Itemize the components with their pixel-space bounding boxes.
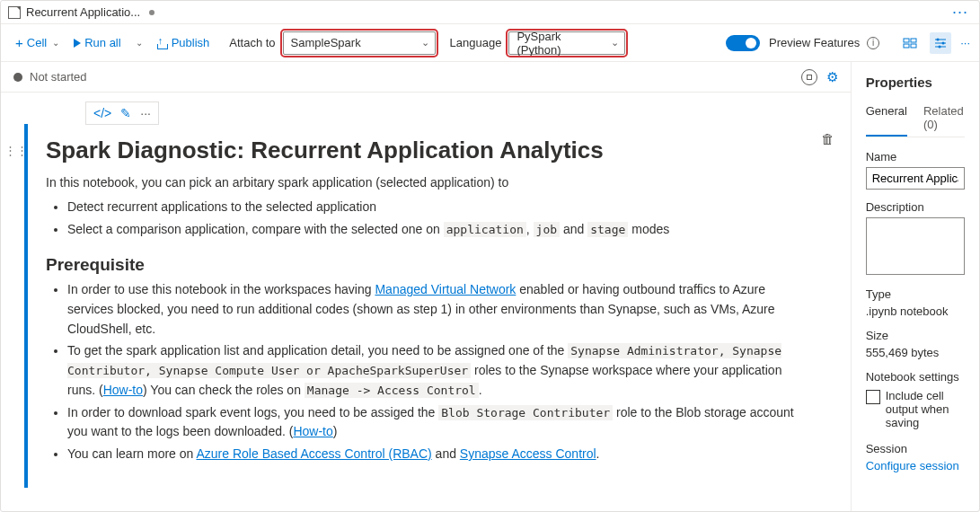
svg-rect-2 bbox=[904, 44, 909, 48]
svg-point-7 bbox=[942, 41, 945, 44]
language-label: Language bbox=[450, 36, 502, 49]
list-item: You can learn more on Azure Role Based A… bbox=[67, 445, 808, 464]
doc-heading-1: Spark Diagnostic: Recurrent Application … bbox=[46, 137, 808, 164]
svg-rect-0 bbox=[904, 39, 909, 42]
run-all-button[interactable]: Run all bbox=[68, 32, 126, 53]
kernel-status-icon bbox=[13, 73, 22, 82]
variables-icon[interactable] bbox=[899, 32, 921, 54]
preview-features-label: Preview Features bbox=[769, 36, 860, 49]
add-cell-button[interactable]: + Cell ⌄ bbox=[10, 31, 65, 54]
list-item: To get the spark application list and ap… bbox=[67, 341, 808, 400]
include-output-label: Include cell output when saving bbox=[886, 389, 965, 429]
list-item: Detect recurrent applications to the sel… bbox=[67, 198, 808, 217]
list-item: In order to use this notebook in the wor… bbox=[67, 280, 808, 339]
tab-general[interactable]: General bbox=[866, 99, 907, 137]
svg-rect-3 bbox=[911, 44, 916, 48]
run-chevron-down-icon[interactable]: ⌄ bbox=[132, 38, 146, 48]
add-cell-label: Cell bbox=[27, 36, 47, 49]
howto-blob-link[interactable]: How-to bbox=[293, 424, 332, 438]
rbac-link[interactable]: Azure Role Based Access Control (RBAC) bbox=[196, 446, 431, 461]
list-item: Select a comparison application, compare… bbox=[67, 220, 808, 240]
managed-vnet-link[interactable]: Managed Virtual Network bbox=[375, 282, 516, 296]
stop-session-button[interactable] bbox=[801, 69, 817, 85]
svg-rect-1 bbox=[911, 39, 916, 42]
doc-intro: In this notebook, you can pick an arbita… bbox=[46, 173, 808, 192]
synapse-access-link[interactable]: Synapse Access Control bbox=[460, 446, 596, 461]
type-value: .ipynb notebook bbox=[866, 305, 965, 318]
name-label: Name bbox=[866, 150, 965, 163]
svg-point-5 bbox=[937, 38, 940, 40]
toolbar-overflow-menu[interactable]: ··· bbox=[960, 36, 970, 49]
notebook-settings-label: Notebook settings bbox=[866, 370, 965, 384]
notebook-file-icon bbox=[8, 6, 21, 19]
cell-overflow-menu[interactable]: ··· bbox=[140, 106, 151, 120]
include-output-checkbox[interactable] bbox=[866, 390, 880, 404]
attach-to-value: SampleSpark bbox=[291, 36, 361, 49]
size-label: Size bbox=[866, 329, 965, 342]
chevron-down-icon: ⌄ bbox=[421, 37, 429, 49]
size-value: 555,469 bytes bbox=[866, 346, 965, 359]
howto-roles-link[interactable]: How-to bbox=[103, 383, 143, 397]
attach-to-label: Attach to bbox=[229, 36, 275, 49]
svg-point-9 bbox=[939, 45, 941, 48]
kernel-status-text: Not started bbox=[30, 70, 87, 84]
preview-features-toggle[interactable] bbox=[726, 35, 760, 51]
name-input[interactable] bbox=[866, 167, 965, 190]
session-label: Session bbox=[866, 442, 965, 455]
publish-icon bbox=[155, 37, 168, 49]
unsaved-indicator-icon bbox=[149, 10, 155, 15]
code-view-icon[interactable]: </> bbox=[93, 106, 111, 120]
type-label: Type bbox=[866, 287, 965, 301]
edit-icon[interactable]: ✎ bbox=[120, 106, 131, 120]
run-all-label: Run all bbox=[84, 36, 120, 49]
tab-related[interactable]: Related (0) bbox=[923, 99, 965, 137]
attach-to-dropdown[interactable]: SampleSpark ⌄ bbox=[283, 31, 436, 55]
session-settings-icon[interactable]: ⚙ bbox=[826, 69, 838, 85]
description-label: Description bbox=[866, 200, 965, 214]
cell-toolbar: </> ✎ ··· bbox=[85, 102, 159, 125]
publish-label: Publish bbox=[172, 36, 210, 49]
chevron-down-icon: ⌄ bbox=[52, 38, 59, 48]
description-input[interactable] bbox=[866, 217, 965, 275]
plus-icon: + bbox=[15, 35, 23, 50]
play-icon bbox=[74, 39, 81, 48]
doc-heading-2: Prerequisite bbox=[46, 255, 808, 275]
language-value: PySpark (Python) bbox=[516, 30, 605, 57]
chevron-down-icon: ⌄ bbox=[611, 37, 619, 49]
configure-session-link[interactable]: Configure session bbox=[866, 459, 965, 472]
tab-overflow-menu[interactable]: ··· bbox=[949, 3, 972, 22]
cell-drag-handle[interactable]: ⋮⋮ bbox=[8, 124, 24, 488]
language-dropdown[interactable]: PySpark (Python) ⌄ bbox=[508, 31, 625, 55]
settings-sliders-icon[interactable] bbox=[930, 32, 951, 54]
properties-heading: Properties bbox=[866, 75, 965, 90]
tab-title[interactable]: Recurrent Applicatio... bbox=[26, 5, 140, 19]
markdown-cell[interactable]: 🗑 Spark Diagnostic: Recurrent Applicatio… bbox=[24, 124, 843, 488]
info-icon[interactable]: i bbox=[867, 37, 879, 49]
list-item: In order to download spark event logs, y… bbox=[67, 403, 808, 442]
publish-button[interactable]: Publish bbox=[150, 32, 216, 53]
delete-cell-icon[interactable]: 🗑 bbox=[821, 131, 834, 146]
